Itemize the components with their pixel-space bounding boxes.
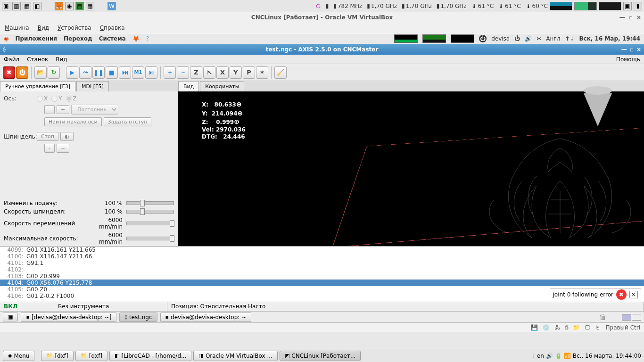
vbox-menu-help[interactable]: Справка	[100, 25, 125, 31]
gcode-listing[interactable]: 4099:G01 X116.161 Y211.6654100:G01 X116.…	[0, 246, 644, 302]
run-button[interactable]: ▶	[66, 66, 78, 79]
bluetooth-icon[interactable]: ᛒ	[532, 353, 535, 359]
mem-monitor[interactable]	[422, 34, 446, 43]
task-dxf-1[interactable]: 📁 [dxf]	[41, 351, 73, 361]
vbox-usb-icon[interactable]: ⎙	[565, 324, 568, 331]
view-y-button[interactable]: Y	[230, 66, 242, 79]
view-z2-button[interactable]: ⇱	[203, 66, 215, 79]
menu-system[interactable]: Система	[99, 35, 126, 42]
show-desktop-button[interactable]: ▣	[3, 313, 18, 321]
volume-icon[interactable]: 🔊	[546, 353, 553, 359]
menu-places[interactable]: Переход	[64, 35, 92, 42]
net-monitor[interactable]	[451, 34, 474, 43]
lang-switcher[interactable]: en	[537, 353, 544, 359]
tab-mdi[interactable]: MDI [F5]	[76, 81, 109, 91]
maximize-icon[interactable]: ▫	[630, 46, 634, 53]
radio-z[interactable]: Z	[66, 95, 77, 102]
set-offset-button[interactable]: Задать отступ	[104, 117, 152, 126]
gcode-line[interactable]: 4102:	[0, 266, 644, 273]
spindle-dir-button[interactable]: ◐	[60, 132, 74, 141]
pause-button[interactable]: ❚❚	[92, 66, 105, 79]
shutdown-menu-icon[interactable]: ⏻	[514, 35, 520, 42]
calculator-icon[interactable]: ▦	[86, 2, 94, 10]
radio-y[interactable]: Y	[51, 95, 62, 102]
show-desktop-icon[interactable]: ▣	[2, 2, 10, 10]
lang-indicator[interactable]: Англ	[546, 35, 560, 42]
spindle-stop-button[interactable]: Стоп	[37, 132, 58, 141]
trash-icon[interactable]: 🗑	[599, 313, 607, 321]
task-dxf-2[interactable]: 📁 [dxf]	[75, 351, 107, 361]
maximize-icon[interactable]: ▫	[629, 14, 633, 21]
volume-icon[interactable]: 🔊	[525, 35, 532, 42]
gcode-line[interactable]: 4105:G00 Z0	[0, 286, 644, 293]
mail-icon[interactable]: ✉	[537, 35, 541, 42]
vbox-menu-devices[interactable]: Устройства	[58, 25, 91, 31]
menu-file[interactable]: Файл	[4, 56, 19, 63]
clear-plot-button[interactable]: 🧹	[274, 66, 287, 79]
error-dismiss-icon[interactable]: ×	[629, 291, 638, 298]
workspace-switcher[interactable]	[622, 314, 641, 321]
zoom-in-button[interactable]: ＋	[164, 66, 176, 79]
skip-button[interactable]: ⏭	[119, 66, 131, 79]
firefox-icon[interactable]: 🦊	[55, 2, 63, 10]
tab-view[interactable]: Вид	[178, 81, 199, 91]
minimize-icon[interactable]: —	[621, 46, 627, 53]
host-clock[interactable]: Вс., 16 марта, 19:44:00	[573, 353, 641, 359]
firefox-launcher-icon[interactable]: 🦊	[132, 35, 140, 42]
step-button[interactable]: ⤳	[79, 66, 91, 79]
view-z-button[interactable]: Z	[190, 66, 202, 79]
error-close-icon[interactable]: ✖	[616, 289, 627, 300]
vbox-net-icon[interactable]: 🖧	[554, 324, 560, 331]
rotate-button[interactable]: ✶	[256, 66, 268, 79]
gcode-line[interactable]: 4101:G91.1	[0, 260, 644, 266]
user-name[interactable]: devisa	[491, 35, 510, 42]
task-terminal-2[interactable]: ▪ devisa@devisa-desktop: ~	[160, 313, 252, 322]
ubuntu-logo-icon[interactable]: ◉	[4, 35, 8, 42]
view-p-button[interactable]: P	[243, 66, 255, 79]
cpu-monitor[interactable]	[394, 34, 418, 43]
workspace-switcher-icon[interactable]: ▦	[23, 2, 31, 10]
vbox-menu-view[interactable]: Вид	[38, 25, 49, 31]
tray-icon[interactable]: ◧	[33, 2, 41, 10]
radio-x[interactable]: X	[37, 95, 48, 102]
spindle-plus-button[interactable]: +	[57, 144, 69, 153]
task-cnclinux[interactable]: ◩ CNCLinux [Работает...	[280, 351, 361, 361]
vbox-menu-machine[interactable]: Машина	[5, 25, 29, 31]
tab-coords[interactable]: Координаты	[200, 81, 244, 91]
gcode-line[interactable]: 4100:G01 X116.147 Y211.66	[0, 253, 644, 260]
vbox-disc-icon[interactable]: 💿	[543, 324, 550, 331]
error-notification[interactable]: joint 0 following error ✖ ×	[550, 288, 641, 301]
vbox-mouse-icon[interactable]: 🖱	[595, 324, 601, 331]
jog-plus-button[interactable]: +	[57, 105, 69, 114]
network-icon[interactable]: ↑↓	[565, 35, 574, 42]
tray-app-icon[interactable]: ▮	[634, 2, 642, 10]
spindle-override-slider[interactable]	[126, 210, 174, 214]
battery-icon[interactable]: 🔋	[555, 353, 562, 359]
menu-applications[interactable]: Приложения	[15, 35, 57, 42]
vbox-hd-icon[interactable]: 💾	[531, 324, 538, 331]
open-file-button[interactable]: 📂	[34, 66, 47, 79]
menu-view[interactable]: Вид	[56, 56, 67, 63]
task-virtualbox[interactable]: ◨ Oracle VM VirtualBox ...	[193, 351, 277, 361]
shutdown-icon[interactable]: ⏻	[479, 35, 487, 42]
power-button[interactable]: ⏻	[16, 66, 28, 79]
task-librecad[interactable]: ◧ [LibreCAD - [/home/d...	[109, 351, 191, 361]
vbox-shared-icon[interactable]: 📁	[573, 324, 580, 331]
start-menu-button[interactable]: ◆ Menu	[3, 351, 34, 361]
home-axis-button[interactable]: Найти начало оси	[44, 117, 102, 126]
estop-button[interactable]: ✖	[3, 66, 15, 79]
jog-step-select[interactable]: Постоянный	[71, 105, 118, 115]
clock[interactable]: Вск, 16 Мар, 19:44	[579, 35, 640, 42]
view-x-button[interactable]: X	[216, 66, 229, 79]
task-axis[interactable]: ⟠ test.ngc	[119, 313, 157, 322]
gcode-line[interactable]: 4103:G00 Z0.999	[0, 273, 644, 280]
zoom-out-button[interactable]: －	[177, 66, 189, 79]
task-terminal[interactable]: ▪ [devisa@devisa-desktop: ~]	[21, 313, 116, 322]
max-speed-slider[interactable]	[126, 237, 174, 240]
gcode-line[interactable]: 4099:G01 X116.161 Y211.665	[0, 247, 644, 253]
optional-stop-button[interactable]: ⏯	[145, 66, 157, 79]
tab-manual[interactable]: Ручное управление [F3]	[0, 81, 75, 91]
menu-help[interactable]: Помощь	[616, 56, 640, 63]
window-list-icon[interactable]: ▥	[12, 2, 21, 10]
stop-button[interactable]: ■	[106, 66, 118, 79]
